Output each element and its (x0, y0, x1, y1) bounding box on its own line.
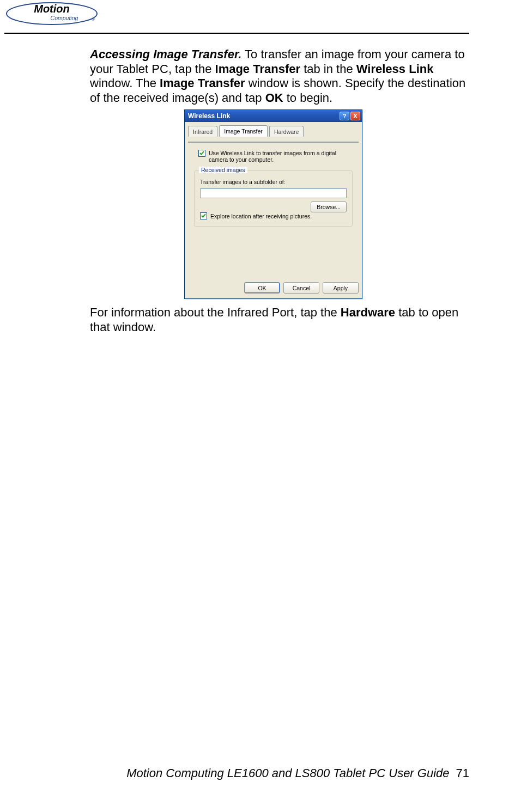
para1-bold-ok: OK (265, 91, 283, 105)
document-page: Motion Computing ® Accessing Image Trans… (0, 0, 515, 812)
wireless-link-dialog: Wireless Link ? X Infrared Image Transfe… (184, 109, 362, 299)
para2-bold-hardware: Hardware (341, 306, 395, 319)
checkmark-icon (201, 213, 207, 219)
transfer-subfolder-label: Transfer images to a subfolder of: (200, 179, 347, 185)
tab-strip: Infrared Image Transfer Hardware Use Wir… (185, 125, 362, 138)
help-icon: ? (343, 113, 347, 119)
header-rule (4, 33, 469, 34)
para1-bold-wireless-link: Wireless Link (356, 62, 434, 76)
received-images-group: Received images Transfer images to a sub… (194, 170, 353, 227)
para2-text-a: For information about the Infrared Port,… (90, 306, 341, 319)
received-images-legend: Received images (199, 167, 247, 173)
checkbox-box (198, 150, 205, 157)
transfer-subfolder-input[interactable] (200, 188, 347, 198)
svg-text:Motion: Motion (34, 3, 70, 15)
tab-hardware[interactable]: Hardware (269, 126, 304, 137)
svg-text:Computing: Computing (51, 15, 78, 21)
page-footer: Motion Computing LE1600 and LS800 Tablet… (0, 766, 469, 780)
checkmark-icon (199, 150, 205, 156)
brand-logo: Motion Computing ® (5, 1, 98, 26)
brand-sub: Computing (51, 15, 78, 21)
browse-button[interactable]: Browse... (311, 202, 347, 212)
paragraph-hardware-tab: For information about the Infrared Port,… (90, 306, 471, 334)
paragraph-accessing-image-transfer: Accessing Image Transfer. To transfer an… (90, 47, 471, 105)
para1-bold-image-transfer: Image Transfer (215, 62, 301, 76)
tab-image-transfer[interactable]: Image Transfer (219, 125, 268, 137)
brand-main: Motion (34, 3, 70, 15)
checkbox-box-2 (200, 212, 207, 219)
para1-bold-image-transfer-2: Image Transfer (160, 76, 245, 90)
cancel-button[interactable]: Cancel (283, 282, 319, 294)
apply-button[interactable]: Apply (323, 282, 359, 294)
tab-infrared[interactable]: Infrared (188, 126, 217, 137)
brand-reg: ® (92, 17, 95, 22)
close-icon: X (353, 113, 357, 119)
para1-text-e: to begin. (283, 91, 333, 105)
close-button[interactable]: X (350, 112, 360, 120)
para1-text-b: tab in the (300, 62, 356, 76)
ok-button[interactable]: OK (244, 282, 280, 294)
dialog-button-row: OK Cancel Apply (185, 282, 359, 295)
checkbox-use-wireless-label: Use Wireless Link to transfer images fro… (209, 150, 353, 163)
footer-title: Motion Computing LE1600 and LS800 Tablet… (126, 766, 449, 780)
page-number: 71 (456, 766, 469, 780)
checkbox-explore-location[interactable]: Explore location after receiving picture… (200, 212, 347, 219)
para1-text-c: window. The (90, 76, 160, 90)
dialog-title: Wireless Link (188, 112, 338, 120)
dialog-titlebar[interactable]: Wireless Link ? X (185, 110, 362, 122)
checkbox-use-wireless-link[interactable]: Use Wireless Link to transfer images fro… (198, 150, 353, 163)
checkbox-explore-label: Explore location after receiving picture… (210, 213, 312, 219)
svg-text:®: ® (92, 17, 95, 22)
para1-lead: Accessing Image Transfer. (90, 47, 241, 61)
tab-panel-image-transfer: Use Wireless Link to transfer images fro… (188, 142, 359, 143)
help-button[interactable]: ? (340, 112, 349, 120)
